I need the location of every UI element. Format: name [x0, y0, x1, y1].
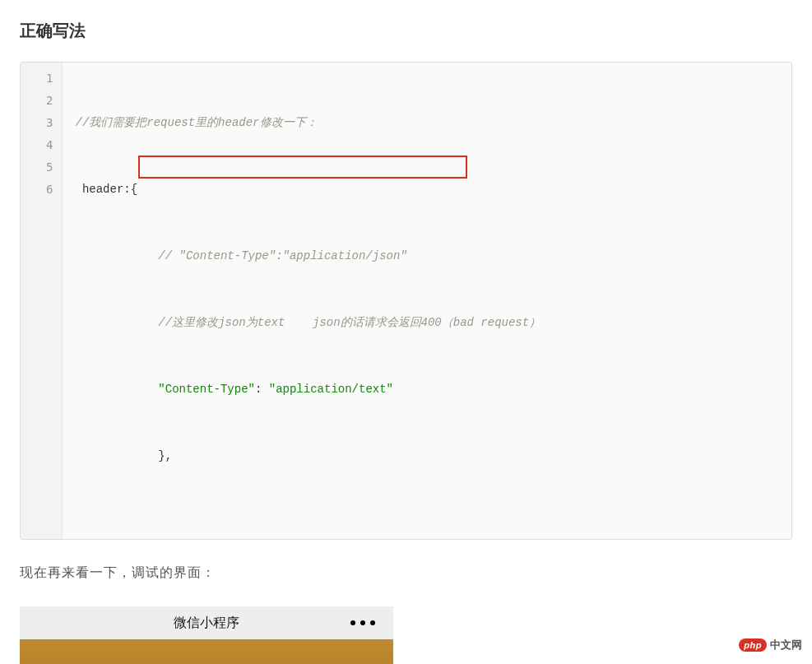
code-gutter: 1 2 3 4 5 6 [21, 63, 62, 539]
code-key: "Content-Type" [158, 383, 255, 396]
code-value: "application/text" [269, 383, 393, 396]
line-number: 6 [29, 179, 53, 201]
highlight-box [138, 156, 467, 179]
more-icon[interactable] [350, 620, 375, 625]
movie-poster: ปฺเ\ว่|ઠ|๑|ฬ|ๆ ) jSon๒ฺ 柯克 · 导演作品 主演：陈志伟… [20, 639, 393, 664]
line-number: 3 [29, 112, 53, 134]
php-logo-icon: php [739, 638, 767, 652]
watermark-text: 中文网 [770, 638, 802, 652]
code-block: 1 2 3 4 5 6 //我们需要把request里的header修改一下： … [20, 62, 792, 540]
line-number: 4 [29, 134, 53, 156]
paragraph: 现在再来看一下，调试的界面： [20, 564, 792, 582]
code-comment: //这里修改json为text json的话请求会返回400（bad reque… [158, 316, 541, 329]
code-line: header:{ [76, 179, 779, 201]
app-header: 微信小程序 [20, 606, 393, 639]
app-title: 微信小程序 [174, 615, 239, 632]
line-number: 2 [29, 90, 53, 112]
code-comment: // "Content-Type":"application/json" [158, 249, 406, 262]
app-screenshot: 微信小程序 ปฺเ\ว่|ઠ|๑|ฬ|ๆ ) jSon๒ฺ 柯克 · 导演作品 … [20, 606, 393, 664]
code-line: }, [158, 449, 172, 462]
code-area: //我们需要把request里的header修改一下： header:{ // … [62, 63, 791, 539]
line-number: 1 [29, 67, 53, 90]
watermark: php 中文网 [739, 638, 802, 652]
line-number: 5 [29, 156, 53, 179]
section-heading: 正确写法 [20, 20, 792, 42]
code-comment: //我们需要把request里的header修改一下： [76, 116, 318, 129]
